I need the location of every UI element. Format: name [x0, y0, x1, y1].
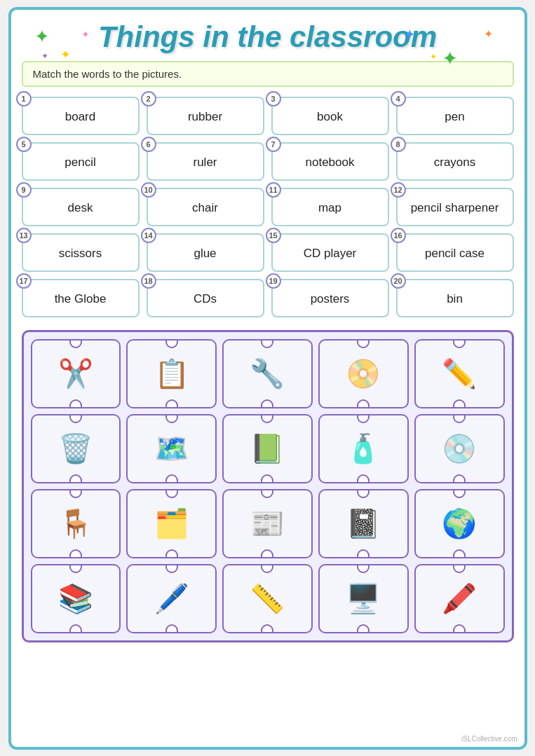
- picture-icon-11: 🪑: [32, 490, 120, 557]
- page-title: Things in the classroom: [98, 20, 437, 53]
- picture-cell-8[interactable]: 📗: [222, 414, 313, 483]
- picture-cell-7[interactable]: 🗺️: [126, 414, 217, 483]
- picture-cell-14[interactable]: 📓: [318, 489, 409, 558]
- picture-cell-16[interactable]: 📚: [31, 564, 121, 633]
- word-number-18: 18: [141, 273, 156, 289]
- picture-section: ✂️📋🔧📀✏️🗑️🗺️📗🧴💿🪑🗂️📰📓🌍📚🖊️📏🖥️🖍️: [22, 330, 514, 642]
- picture-icon-9: 🧴: [320, 415, 407, 482]
- word-item-15: 15CD player: [271, 233, 389, 272]
- picture-cell-17[interactable]: 🖊️: [126, 564, 217, 633]
- word-item-17: 17the Globe: [22, 279, 140, 317]
- word-number-7: 7: [266, 137, 281, 152]
- word-number-13: 13: [16, 228, 32, 243]
- word-number-6: 6: [141, 137, 156, 152]
- word-number-10: 10: [141, 182, 156, 198]
- word-label-3: book: [317, 110, 343, 124]
- picture-cell-13[interactable]: 📰: [222, 489, 313, 558]
- word-number-17: 17: [16, 273, 32, 289]
- picture-icon-7: 🗺️: [128, 415, 215, 482]
- word-number-19: 19: [266, 273, 281, 289]
- picture-icon-18: 📏: [224, 565, 311, 632]
- picture-icon-15: 🌍: [416, 490, 503, 557]
- word-number-20: 20: [391, 273, 406, 289]
- word-item-11: 11map: [271, 188, 389, 226]
- word-item-5: 5pencil: [22, 142, 140, 181]
- word-label-17: the Globe: [55, 292, 107, 306]
- word-label-20: bin: [447, 292, 463, 306]
- word-item-16: 16pencil case: [396, 233, 514, 272]
- picture-cell-15[interactable]: 🌍: [414, 489, 505, 558]
- picture-cell-2[interactable]: 📋: [126, 339, 217, 408]
- picture-cell-9[interactable]: 🧴: [318, 414, 409, 483]
- watermark: iSLCollective.com: [461, 735, 517, 743]
- word-label-12: pencil sharpener: [411, 201, 499, 215]
- word-label-15: CD player: [304, 247, 357, 261]
- word-number-5: 5: [16, 137, 32, 152]
- word-label-1: board: [65, 110, 95, 124]
- word-label-8: crayons: [434, 156, 476, 170]
- word-number-11: 11: [266, 182, 281, 198]
- title-area: ✦ ✦ ✦ ✦ ✦ ✦ ✦ ✦ Things in the classroom: [22, 20, 514, 54]
- picture-icon-5: ✏️: [416, 341, 503, 407]
- word-label-14: glue: [194, 247, 216, 261]
- word-label-2: rubber: [188, 110, 222, 124]
- picture-icon-12: 🗂️: [128, 490, 215, 557]
- word-label-18: CDs: [194, 292, 217, 306]
- picture-icon-10: 💿: [416, 415, 503, 482]
- picture-cell-19[interactable]: 🖥️: [318, 564, 409, 633]
- word-label-13: scissors: [59, 247, 102, 261]
- word-item-8: 8crayons: [396, 142, 514, 181]
- picture-cell-5[interactable]: ✏️: [414, 339, 505, 408]
- word-item-18: 18CDs: [147, 279, 264, 317]
- word-label-10: chair: [192, 201, 218, 215]
- instructions-box: Match the words to the pictures.: [22, 61, 514, 87]
- star-3: ✦: [81, 29, 90, 40]
- picture-cell-11[interactable]: 🪑: [31, 489, 121, 558]
- word-number-12: 12: [391, 182, 406, 198]
- word-item-14: 14glue: [147, 233, 264, 272]
- word-label-5: pencil: [65, 156, 95, 170]
- word-label-4: pen: [445, 110, 464, 124]
- word-label-9: desk: [68, 201, 93, 215]
- picture-cell-10[interactable]: 💿: [414, 414, 505, 483]
- word-label-19: posters: [311, 292, 350, 306]
- picture-icon-1: ✂️: [32, 341, 120, 407]
- picture-icon-14: 📓: [320, 490, 407, 557]
- picture-icon-19: 🖥️: [320, 565, 407, 632]
- picture-cell-6[interactable]: 🗑️: [31, 414, 121, 483]
- picture-icon-17: 🖊️: [128, 565, 215, 632]
- main-page: ✦ ✦ ✦ ✦ ✦ ✦ ✦ ✦ Things in the classroom …: [8, 7, 527, 750]
- word-item-12: 12pencil sharpener: [396, 188, 514, 226]
- star-8: ✦: [430, 52, 437, 62]
- word-number-16: 16: [391, 228, 406, 243]
- picture-cell-20[interactable]: 🖍️: [414, 564, 505, 633]
- picture-cell-18[interactable]: 📏: [222, 564, 313, 633]
- picture-icon-2: 📋: [128, 341, 215, 407]
- word-number-2: 2: [141, 91, 156, 106]
- word-label-7: notebook: [306, 156, 355, 170]
- picture-cell-4[interactable]: 📀: [318, 339, 409, 408]
- word-number-1: 1: [16, 91, 32, 106]
- picture-icon-8: 📗: [224, 415, 311, 482]
- word-grid: 1board2rubber3book4pen5pencil6ruler7note…: [22, 97, 514, 317]
- picture-icon-4: 📀: [320, 341, 407, 407]
- picture-icon-3: 🔧: [224, 341, 311, 407]
- word-item-20: 20bin: [396, 279, 514, 317]
- word-item-13: 13scissors: [22, 233, 140, 272]
- star-2: ✦: [60, 47, 71, 62]
- word-number-3: 3: [266, 91, 281, 106]
- picture-cell-12[interactable]: 🗂️: [126, 489, 217, 558]
- word-item-1: 1board: [22, 97, 140, 135]
- word-item-19: 19posters: [271, 279, 389, 317]
- word-label-11: map: [318, 201, 341, 215]
- word-item-4: 4pen: [396, 97, 514, 135]
- star-1: ✦: [34, 26, 50, 48]
- word-item-9: 9desk: [22, 188, 140, 226]
- instructions-text: Match the words to the pictures.: [33, 68, 182, 80]
- star-7: ✦: [484, 27, 493, 41]
- picture-cell-1[interactable]: ✂️: [31, 339, 121, 408]
- word-number-4: 4: [391, 91, 406, 106]
- word-item-7: 7notebook: [271, 142, 389, 181]
- picture-cell-3[interactable]: 🔧: [222, 339, 313, 408]
- word-item-3: 3book: [271, 97, 389, 135]
